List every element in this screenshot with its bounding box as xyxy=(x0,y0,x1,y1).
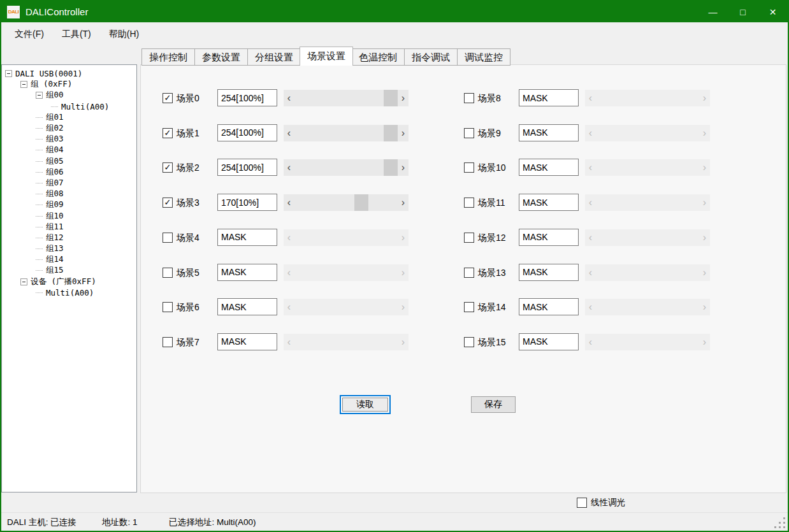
scene-checkbox[interactable] xyxy=(464,302,474,312)
scene-checkbox[interactable] xyxy=(464,162,474,173)
scene-value-input[interactable] xyxy=(217,159,277,176)
scene-checkbox[interactable] xyxy=(464,233,474,243)
save-button[interactable]: 保存 xyxy=(471,396,516,413)
scene-level-scrollbar[interactable]: ‹› xyxy=(284,90,409,106)
scene-value-input[interactable] xyxy=(217,229,277,246)
scene-checkbox[interactable] xyxy=(464,268,474,278)
maximize-button[interactable]: □ xyxy=(728,1,758,22)
tree-item[interactable]: 设备 (广播0xFF) xyxy=(2,277,136,287)
scrollbar-thumb[interactable] xyxy=(384,125,398,141)
scene-value-input[interactable] xyxy=(519,159,579,176)
tree-item[interactable]: 组02 xyxy=(2,123,136,134)
tree-connector xyxy=(36,183,43,183)
scene-checkbox[interactable] xyxy=(464,198,474,208)
scrollbar-thumb[interactable] xyxy=(384,90,398,106)
tab-调试监控[interactable]: 调试监控 xyxy=(458,48,510,66)
tab-参数设置[interactable]: 参数设置 xyxy=(195,48,248,66)
tree-connector xyxy=(36,216,43,217)
tree-item[interactable]: 组14 xyxy=(2,254,136,265)
scene-level-scrollbar[interactable]: ‹› xyxy=(284,194,409,211)
scene-value-input[interactable] xyxy=(519,194,579,211)
tree-item-label: 组11 xyxy=(46,222,64,233)
scene-value-input[interactable] xyxy=(519,333,579,350)
tree-item[interactable]: 组 (0xFF) xyxy=(2,79,136,90)
scroll-left-icon[interactable]: ‹ xyxy=(284,90,294,106)
linear-dimming-checkbox[interactable] xyxy=(577,498,587,508)
scroll-left-icon[interactable]: ‹ xyxy=(284,194,294,211)
scene-checkbox[interactable]: ✓ xyxy=(163,128,173,138)
tree-item-label: Multi(A00) xyxy=(46,288,94,298)
scrollbar-thumb[interactable] xyxy=(384,159,398,176)
scene-value-input[interactable] xyxy=(217,298,277,315)
tree-item[interactable]: 组13 xyxy=(2,243,136,254)
read-button[interactable]: 读取 xyxy=(340,395,391,414)
scene-checkbox[interactable] xyxy=(163,337,173,347)
menu-file[interactable]: 文件(F) xyxy=(6,25,53,44)
tree-collapse-icon[interactable] xyxy=(36,92,43,99)
tree-item[interactable]: 组15 xyxy=(2,265,136,276)
scene-value-input[interactable] xyxy=(519,89,579,106)
menu-help[interactable]: 帮助(H) xyxy=(100,25,148,44)
tree-connector xyxy=(36,150,43,150)
scene-checkbox[interactable] xyxy=(464,128,474,138)
scene-value-input[interactable] xyxy=(519,264,579,281)
tree-item[interactable]: Multi(A00) xyxy=(2,101,136,112)
scene-checkbox[interactable]: ✓ xyxy=(163,93,173,103)
scene-value-input[interactable] xyxy=(217,124,277,141)
tree-item[interactable]: 组04 xyxy=(2,145,136,155)
menu-tools[interactable]: 工具(T) xyxy=(53,25,100,44)
tree-item-label: 组12 xyxy=(46,233,64,243)
scene-value-input[interactable] xyxy=(217,264,277,281)
tree-connector xyxy=(36,172,43,173)
scene-checkbox[interactable] xyxy=(464,93,474,103)
scene-level-scrollbar: ‹› xyxy=(585,90,710,106)
tree-collapse-icon[interactable] xyxy=(5,70,12,77)
tree-item[interactable]: 组09 xyxy=(2,199,136,210)
scene-checkbox[interactable]: ✓ xyxy=(163,162,173,173)
tree-item[interactable]: 组05 xyxy=(2,156,136,167)
scroll-right-icon[interactable]: › xyxy=(398,90,409,106)
scroll-right-icon[interactable]: › xyxy=(398,194,409,211)
tree-item[interactable]: DALI USB(0001) xyxy=(2,68,136,79)
scroll-right-icon[interactable]: › xyxy=(398,125,409,141)
scene-value-input[interactable] xyxy=(519,298,579,315)
scroll-left-icon[interactable]: ‹ xyxy=(284,125,294,141)
tree-item[interactable]: 组10 xyxy=(2,210,136,221)
tree-item[interactable]: 组12 xyxy=(2,233,136,243)
scene-value-input[interactable] xyxy=(217,194,277,211)
tree-collapse-icon[interactable] xyxy=(20,278,27,285)
tree-item[interactable]: 组08 xyxy=(2,189,136,199)
scene-value-input[interactable] xyxy=(217,333,277,350)
minimize-button[interactable]: — xyxy=(698,1,728,22)
scroll-right-icon[interactable]: › xyxy=(398,159,409,176)
tab-指令调试[interactable]: 指令调试 xyxy=(405,48,458,66)
scene-checkbox[interactable] xyxy=(163,233,173,243)
tree-item[interactable]: 组11 xyxy=(2,222,136,233)
scene-value-input[interactable] xyxy=(217,89,277,106)
scene-level-scrollbar[interactable]: ‹› xyxy=(284,125,409,141)
tab-分组设置[interactable]: 分组设置 xyxy=(248,48,301,66)
scene-level-scrollbar[interactable]: ‹› xyxy=(284,159,409,176)
scene-row: ✓场景3‹› xyxy=(163,194,410,212)
tree-item[interactable]: Multi(A00) xyxy=(2,287,136,298)
tree-item[interactable]: 组07 xyxy=(2,178,136,189)
scene-checkbox[interactable] xyxy=(464,337,474,347)
tree-item[interactable]: 组03 xyxy=(2,134,136,145)
resize-grip-icon[interactable] xyxy=(783,526,785,528)
scene-checkbox[interactable] xyxy=(163,268,173,278)
tree-item-label: 组13 xyxy=(46,243,64,254)
close-button[interactable]: ✕ xyxy=(758,1,788,22)
tree-item[interactable]: 组06 xyxy=(2,167,136,178)
scene-checkbox[interactable] xyxy=(163,302,173,312)
scene-checkbox[interactable]: ✓ xyxy=(163,198,173,208)
tab-色温控制[interactable]: 色温控制 xyxy=(352,48,405,66)
scene-value-input[interactable] xyxy=(519,229,579,246)
tab-操作控制[interactable]: 操作控制 xyxy=(141,48,195,66)
scroll-left-icon[interactable]: ‹ xyxy=(284,159,294,176)
tree-item[interactable]: 组00 xyxy=(2,90,136,101)
tab-场景设置[interactable]: 场景设置 xyxy=(300,47,353,66)
tree-item[interactable]: 组01 xyxy=(2,112,136,123)
scene-value-input[interactable] xyxy=(519,124,579,141)
tree-collapse-icon[interactable] xyxy=(20,81,27,88)
scrollbar-thumb[interactable] xyxy=(354,194,368,211)
